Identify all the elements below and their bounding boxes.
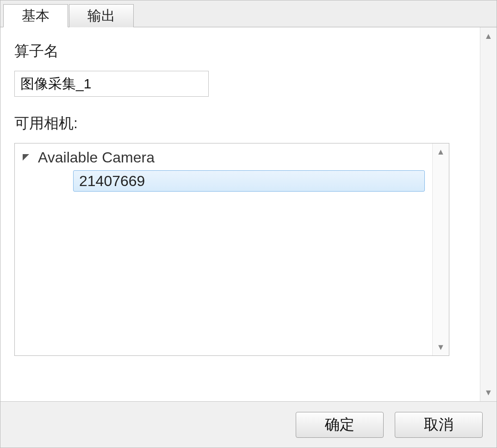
content-outer: 算子名 可用相机: Available Camera 21407669 xyxy=(0,27,497,401)
tree-children: 21407669 xyxy=(73,170,428,192)
tree-scrollbar[interactable]: ▲ ▼ xyxy=(432,143,449,355)
tree-item-selected[interactable]: 21407669 xyxy=(73,170,425,192)
svg-marker-0 xyxy=(23,154,29,161)
dialog-button-bar: 确定 取消 xyxy=(0,401,497,448)
tab-content-basic: 算子名 可用相机: Available Camera 21407669 xyxy=(0,27,480,401)
tab-basic[interactable]: 基本 xyxy=(3,4,68,27)
scroll-up-icon[interactable]: ▲ xyxy=(480,29,497,43)
tree-root-label: Available Camera xyxy=(38,149,155,166)
scroll-down-icon[interactable]: ▼ xyxy=(433,341,449,354)
dialog-window: 基本 输出 算子名 可用相机: Available Camera 2140766… xyxy=(0,0,497,448)
scroll-down-icon[interactable]: ▼ xyxy=(480,386,497,399)
available-camera-label: 可用相机: xyxy=(14,113,466,134)
camera-tree-content: Available Camera 21407669 xyxy=(15,143,432,355)
tab-output[interactable]: 输出 xyxy=(69,4,134,27)
operator-name-label: 算子名 xyxy=(14,41,466,62)
tab-strip: 基本 输出 xyxy=(0,0,497,27)
expander-icon[interactable] xyxy=(21,153,31,162)
cancel-button[interactable]: 取消 xyxy=(395,412,483,438)
panel-scrollbar[interactable]: ▲ ▼ xyxy=(480,27,497,401)
operator-name-input[interactable] xyxy=(14,71,209,97)
ok-button[interactable]: 确定 xyxy=(296,412,384,438)
scroll-up-icon[interactable]: ▲ xyxy=(433,145,449,158)
tree-root-node[interactable]: Available Camera xyxy=(19,147,428,168)
camera-tree: Available Camera 21407669 ▲ ▼ xyxy=(14,143,449,356)
